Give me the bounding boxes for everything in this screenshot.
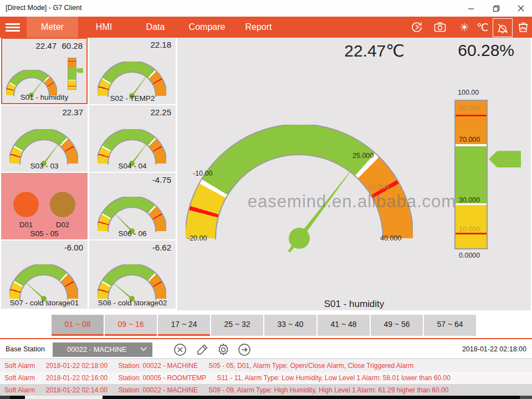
temperature-reading: 22.47℃ [310, 41, 405, 60]
tile-value: -6.00 [64, 243, 83, 252]
meter-tile-s05[interactable]: D01 D02 S05 - 05 [1, 173, 88, 239]
alarm-time: 2018-01-22 02:16:00 [46, 374, 108, 382]
main-gauge [186, 125, 413, 239]
tile-label: S08 - cold storage02 [89, 299, 176, 307]
meter-tile-s01[interactable]: 22.47 60.28 S01 - humidity [1, 38, 88, 104]
minimize-button[interactable] [460, 0, 482, 17]
indicator-label: D02 [50, 221, 75, 229]
separator-line [0, 338, 532, 339]
tile-gauge [98, 264, 166, 300]
alarm-station: Station: 00022 - MACHINE [118, 386, 197, 394]
bar-pointer [76, 68, 83, 73]
edit-icon[interactable] [195, 342, 209, 357]
gauge-max-label: 40.000 [380, 234, 401, 242]
minimize-icon [468, 5, 474, 12]
menu-button[interactable] [3, 21, 22, 35]
tile-value: -6.62 [152, 243, 171, 252]
range-tab-49-56[interactable]: 49 ~ 56 [371, 315, 423, 336]
window-title: [Direct Mode] - G7 Client [6, 4, 82, 12]
alarm-time: 2018-01-22 02:18:00 [46, 362, 108, 370]
meter-tile-s07[interactable]: -6.00 S07 - cold storage01 [1, 241, 88, 309]
tab-hmi[interactable]: HMI [78, 17, 130, 38]
tile-gauge [9, 129, 78, 165]
bar-max-label: 100.00 [458, 89, 479, 96]
bar-min-label: 0.0000 [459, 252, 480, 259]
range-tab-41-48[interactable]: 41 ~ 48 [318, 315, 370, 336]
digital-indicator-d01 [13, 192, 39, 217]
brightness-icon[interactable]: ☀ [455, 18, 474, 36]
tile-value: 22.37 [62, 108, 83, 117]
meter-tile-s06[interactable]: -4.75 S06 - 06 [89, 173, 176, 239]
tile-value-hum: 60.28 [62, 41, 83, 50]
tile-gauge [9, 264, 78, 300]
indicator-label: D01 [13, 221, 39, 229]
range-tab-01-08[interactable]: 01 ~ 08 [52, 315, 104, 336]
tile-label: S04 - 04 [89, 162, 176, 170]
cancel-icon[interactable] [173, 342, 187, 357]
bottom-edge-strip [520, 396, 532, 399]
alarm-type: Soft Alarm [4, 362, 35, 370]
range-tab-57-64[interactable]: 57 ~ 64 [424, 315, 476, 336]
tile-humidity-bar [68, 58, 76, 90]
settings-gear-icon[interactable] [216, 342, 231, 357]
title-bar: [Direct Mode] - G7 Client [0, 0, 532, 17]
tile-label: S06 - 06 [89, 229, 176, 238]
bar-70-label: 70.000 [459, 136, 480, 144]
tile-label: S03 - 03 [1, 162, 88, 170]
base-station-label: Base Station [6, 345, 45, 353]
meter-tile-s03[interactable]: 22.37 S03 - 03 [1, 105, 88, 172]
digital-indicator-d02 [50, 192, 75, 217]
alarm-station: Station: 00005 - ROOMTEMP [118, 374, 206, 382]
alarm-row[interactable]: Soft Alarm 2018-01-22 02:18:00 Station: … [0, 360, 532, 372]
bottom-toolbar: Base Station 00022 - MACHINE 201 [0, 340, 532, 359]
alarm-row[interactable]: Soft Alarm 2018-01-22 02:14:00 Station: … [0, 384, 532, 396]
range-tab-25-32[interactable]: 25 ~ 32 [211, 315, 263, 336]
tile-gauge [98, 129, 166, 165]
tile-label: S01 - humidity [2, 93, 86, 101]
base-station-value: 00022 - MACHINE [67, 345, 127, 354]
camera-icon[interactable] [431, 18, 449, 36]
celsius-unit-icon[interactable]: ℃ [473, 18, 492, 36]
gauge-low-label: -10.00 [193, 170, 212, 177]
range-tab-17-24[interactable]: 17 ~ 24 [158, 315, 210, 336]
bottom-edge-strip [103, 396, 520, 399]
restore-button[interactable] [485, 0, 507, 17]
tile-label: S07 - cold storage01 [1, 299, 88, 307]
alarm-detail: S11 - 11, Alarm Type: Low Humidity, Low … [217, 374, 451, 382]
meter-tile-s04[interactable]: 22.25 S04 - 04 [89, 105, 176, 172]
meter-tile-s08[interactable]: -6.62 S08 - cold storage02 [89, 241, 176, 309]
humidity-reading: 60.28% [421, 41, 514, 60]
tab-report[interactable]: Report [233, 17, 284, 38]
selected-channel-label: S01 - humidity [177, 299, 531, 310]
base-station-dropdown[interactable]: 00022 - MACHINE [53, 342, 152, 357]
range-tab-33-40[interactable]: 33 ~ 40 [264, 315, 316, 336]
bar-90-label: 90.000 [459, 104, 480, 112]
tab-meter[interactable]: Meter [27, 17, 78, 38]
humidity-bar-pointer [489, 151, 521, 167]
tile-value-temp: 22.47 [35, 41, 57, 50]
tile-gauge [98, 197, 166, 232]
tab-compare[interactable]: Compare [181, 17, 233, 38]
bottom-edge-strip [0, 396, 10, 399]
tile-value: 22.18 [150, 40, 171, 49]
close-button[interactable] [510, 0, 532, 17]
alarm-mute-icon[interactable] [493, 18, 513, 37]
main-gauge-hub [289, 228, 310, 249]
range-tab-09-16[interactable]: 09 ~ 16 [105, 315, 157, 336]
meter-tile-s02[interactable]: 22.18 S02 - TEMP2 [89, 38, 176, 104]
alarm-time: 2018-01-22 02:14:00 [46, 386, 108, 394]
bottom-edge-strip [10, 396, 25, 399]
alarm-station: Station: 00022 - MACHINE [118, 362, 197, 370]
export-icon[interactable] [237, 342, 252, 357]
nav-bar: Meter HMI Data Compare Report ☀ ℃ [0, 17, 532, 38]
gauge-min-label: -20.00 [187, 234, 207, 242]
snapshot-gallery-icon[interactable] [514, 18, 532, 36]
current-timestamp: 2018-01-22 02:18:00 [462, 345, 526, 353]
tile-gauge [98, 62, 166, 97]
restore-icon [493, 5, 500, 12]
tab-data[interactable]: Data [130, 17, 181, 38]
gauge-alarm-label: 30.000 [368, 183, 389, 191]
alarm-row[interactable]: Soft Alarm 2018-01-22 02:16:00 Station: … [0, 372, 532, 384]
bar-30-label: 30.000 [459, 196, 480, 204]
sync-icon[interactable] [407, 18, 426, 36]
